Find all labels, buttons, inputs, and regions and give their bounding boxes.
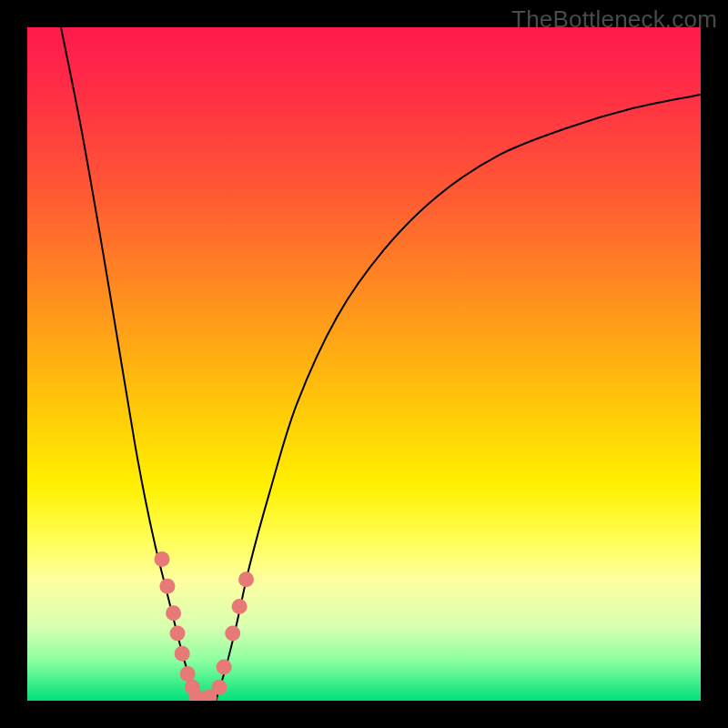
data-marker [175,646,190,662]
right-branch-curve [216,95,701,701]
data-marker [225,626,240,642]
data-marker [217,660,232,675]
data-marker [155,551,170,567]
marker-group [155,551,255,701]
gradient-plot-area [27,27,701,701]
watermark-text: TheBottleneck.com [511,5,717,34]
data-marker [180,666,196,682]
left-branch-curve [61,27,197,701]
data-marker [238,571,254,587]
chart-frame: TheBottleneck.com [0,0,728,728]
data-marker [159,579,175,594]
data-marker [166,605,181,621]
data-marker [211,680,227,695]
curve-layer [27,27,701,701]
data-marker [170,626,186,642]
data-marker [232,599,248,614]
